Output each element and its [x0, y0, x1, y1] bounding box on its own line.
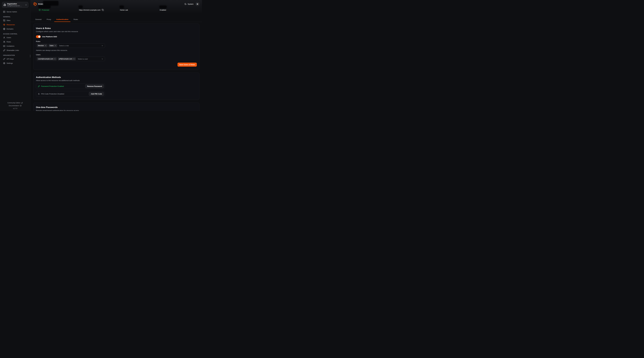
sidebar-item-label: Server Admin: [6, 11, 17, 13]
sidebar-item-settings[interactable]: Settings: [2, 62, 28, 65]
sidebar-item-shareable-links[interactable]: Shareable Links: [2, 49, 28, 52]
role-chip: Sales: [48, 44, 57, 47]
summary-col-url: https://immich.example.com: [79, 6, 120, 11]
book-open-icon: [20, 105, 22, 107]
remove-chip-icon[interactable]: [54, 58, 56, 60]
roles-select[interactable]: Member Sales Select a role: [36, 44, 105, 48]
server-icon: [3, 11, 5, 13]
chevron-down-icon: [101, 45, 103, 47]
sidebar-item-label: Shareable Links: [6, 49, 19, 51]
users-select[interactable]: sarah@example.com jeff@example.com Selec…: [36, 57, 105, 61]
pin-protection-row: PIN Code Protection Disabled Add PIN Cod…: [36, 91, 105, 97]
sidebar-item-label: Users: [6, 37, 11, 39]
sidebar: Organization milo@fossorial.io's ... Ser…: [0, 0, 30, 111]
user-avatar[interactable]: M: [196, 2, 200, 6]
tab-rules[interactable]: Rules: [72, 17, 80, 22]
sidebar-item-invitations[interactable]: Invitations: [2, 44, 28, 48]
tab-proxy[interactable]: Proxy: [44, 17, 53, 22]
binary-icon: [38, 93, 40, 95]
remove-chip-icon[interactable]: [45, 45, 46, 46]
sso-toggle-knob: [38, 36, 40, 38]
remove-chip-icon[interactable]: [73, 58, 75, 60]
resource-url-text: https://immich.example.com: [79, 9, 100, 11]
pin-status-text: PIN Code Protection Disabled: [41, 93, 64, 95]
sidebar-item-label: Domains: [6, 28, 14, 30]
users-select-placeholder: Select a user: [78, 58, 88, 60]
sidebar-section-organization: ORGANIZATION: [3, 55, 27, 56]
documentation-label: Documentation: [9, 105, 19, 107]
org-meta: Organization milo@fossorial.io's ...: [7, 3, 24, 7]
copy-icon[interactable]: [102, 9, 104, 11]
sidebar-resize-handle[interactable]: [30, 55, 30, 58]
sidebar-item-resources[interactable]: Resources: [2, 23, 28, 26]
sidebar-item-users[interactable]: Users: [2, 36, 28, 39]
password-status-text: Password Protection Enabled: [41, 85, 64, 87]
card-subtitle: Configure which users and roles can visi…: [36, 31, 197, 33]
resource-summary: Protected https://immich.example.com Hom…: [39, 6, 200, 11]
sso-toggle[interactable]: [36, 35, 41, 38]
key-icon: [3, 58, 5, 60]
roles-field-label: Roles: [36, 41, 197, 42]
auth-status-text: Protected: [42, 9, 49, 11]
card-title: Authentication Methods: [36, 76, 197, 79]
theme-switcher[interactable]: System: [184, 3, 194, 5]
sidebar-section-general: GENERAL: [3, 16, 27, 18]
tab-general[interactable]: General: [33, 17, 44, 22]
waypoints-icon: [3, 24, 5, 26]
remove-chip-icon[interactable]: [54, 45, 56, 46]
community-edition-link[interactable]: Community Edition: [0, 101, 30, 104]
tab-content: Users & Roles Configure which users and …: [30, 22, 202, 111]
card-subtitle: Require email-based authentication for r…: [36, 110, 197, 111]
password-protection-row: Password Protection Enabled Remove Passw…: [36, 83, 105, 89]
enabled-status: Enabled: [160, 9, 166, 11]
role-chip-label: Member: [38, 45, 44, 47]
auth-methods-card: Authentication Methods Allow access to t…: [33, 73, 200, 100]
summary-col-enabled: Enabled: [160, 6, 166, 11]
user-chip-label: sarah@example.com: [38, 58, 53, 60]
org-switcher-title: Organization: [7, 3, 24, 5]
users-roles-card: Users & Roles Configure which users and …: [33, 24, 200, 70]
one-time-passwords-card: One-time Passwords Require email-based a…: [33, 103, 200, 111]
user-chip-label: jeff@example.com: [59, 58, 72, 60]
sidebar-item-label: Roles: [6, 41, 11, 43]
sidebar-item-roles[interactable]: Roles: [2, 40, 28, 44]
add-pin-code-button[interactable]: Add PIN Code: [89, 92, 104, 96]
gear-icon: [3, 62, 5, 64]
roles-select-placeholder: Select a role: [59, 45, 69, 47]
chevrons-up-down-icon: [25, 4, 27, 6]
pangolin-logo-icon: [33, 2, 37, 6]
summary-col-site: Home Lab: [120, 6, 160, 11]
sidebar-section-access-control: ACCESS CONTROL: [3, 33, 27, 35]
user-chip: sarah@example.com: [37, 57, 57, 61]
auth-status: Protected: [39, 9, 79, 11]
theme-label: System: [188, 3, 194, 5]
sidebar-item-api-keys[interactable]: API Keys: [2, 57, 28, 61]
link-icon: [3, 49, 5, 52]
resource-tabs: General Proxy Authentication Rules: [30, 17, 202, 22]
save-users-roles-button[interactable]: Save Users & Roles: [178, 63, 197, 67]
site-name: Home Lab: [120, 9, 160, 11]
tab-authentication[interactable]: Authentication: [54, 17, 70, 22]
remove-password-button[interactable]: Remove Password: [85, 84, 104, 88]
combine-icon: [3, 19, 5, 22]
sidebar-item-label: Settings: [6, 62, 13, 64]
sidebar-item-domains[interactable]: Domains: [2, 27, 28, 31]
community-edition-label: Community Edition: [8, 102, 20, 104]
ticket-check-icon: [3, 45, 5, 47]
org-switcher-value: milo@fossorial.io's ...: [7, 5, 24, 7]
sidebar-item-server-admin[interactable]: Server Admin: [2, 10, 28, 14]
sidebar-nav: Server Admin GENERAL Sites Resources Dom…: [0, 10, 30, 66]
shield-check-icon: [39, 9, 41, 11]
redacted-resource-name: [44, 1, 58, 5]
user-chip: jeff@example.com: [58, 57, 76, 61]
documentation-link[interactable]: Documentation: [0, 104, 30, 107]
chevron-down-icon: [101, 58, 103, 60]
key-round-icon: [38, 85, 40, 87]
users-field-label: Users: [36, 54, 197, 56]
org-switcher[interactable]: Organization milo@fossorial.io's ...: [2, 2, 28, 8]
card-subtitle: Allow access to the resource via additio…: [36, 80, 197, 82]
sidebar-item-sites[interactable]: Sites: [2, 19, 28, 22]
main-area: PANGOLIN System M Protected https://immi…: [30, 0, 202, 111]
topbar-right: System M: [184, 2, 200, 6]
redacted-label: [39, 6, 50, 8]
